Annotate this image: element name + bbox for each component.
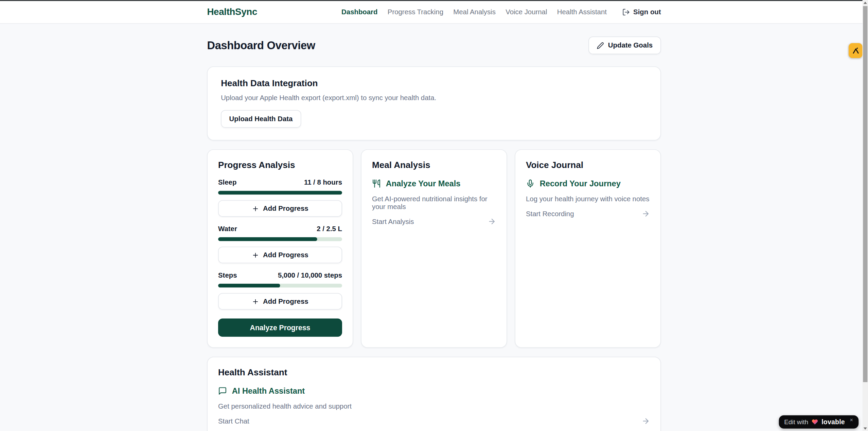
start-recording-link[interactable]: Start Recording (526, 210, 650, 218)
add-progress-steps-button[interactable]: Add Progress (218, 293, 342, 310)
sign-out-label: Sign out (633, 8, 661, 16)
add-progress-label: Add Progress (263, 205, 308, 212)
nav-dashboard[interactable]: Dashboard (341, 8, 377, 16)
pencil-icon (597, 42, 604, 49)
progress-analysis-card: Progress Analysis Sleep 11 / 8 hours Add… (207, 149, 353, 348)
arrow-right-icon (642, 417, 650, 425)
metric-sleep-label: Sleep (218, 179, 236, 186)
page-scrollbar[interactable] (863, 0, 868, 431)
assistant-description: Get personalized health advice and suppo… (218, 402, 650, 410)
steps-progress-bar (218, 284, 342, 287)
ai-health-assistant-label: AI Health Assistant (232, 387, 305, 395)
update-goals-button[interactable]: Update Goals (589, 37, 661, 54)
voice-journal-title: Voice Journal (526, 161, 650, 170)
main-content: Dashboard Overview Update Goals Health D… (207, 24, 661, 431)
top-navbar: HealthSync Dashboard Progress Tracking M… (0, 1, 868, 24)
add-progress-label: Add Progress (263, 251, 308, 259)
scrollbar-down-arrow[interactable] (863, 426, 868, 431)
lovable-prefix: Edit with (784, 419, 808, 426)
add-progress-water-button[interactable]: Add Progress (218, 247, 342, 263)
feature-cards-row: Progress Analysis Sleep 11 / 8 hours Add… (207, 149, 661, 348)
start-chat-label: Start Chat (218, 417, 249, 425)
meal-analysis-title: Meal Analysis (372, 161, 496, 170)
metric-water-value: 2 / 2.5 L (317, 225, 342, 233)
health-data-integration-card: Health Data Integration Upload your Appl… (207, 67, 661, 140)
ai-health-assistant-link[interactable]: AI Health Assistant (218, 387, 650, 395)
analyze-your-meals-label: Analyze Your Meals (386, 179, 461, 188)
nav-voice-journal[interactable]: Voice Journal (506, 8, 547, 16)
sign-out-button[interactable]: Sign out (622, 8, 661, 16)
arrow-right-icon (488, 217, 496, 225)
progress-analysis-title: Progress Analysis (218, 161, 342, 170)
utensils-icon (372, 179, 381, 188)
lovable-brand-label: lovable (821, 418, 845, 426)
plus-icon (252, 251, 259, 259)
scrollbar-up-arrow[interactable] (863, 0, 868, 5)
edit-with-lovable-badge[interactable]: Edit with lovable × (779, 415, 858, 429)
metric-sleep: Sleep 11 / 8 hours Add Progress (218, 179, 342, 217)
app-root: HealthSync Dashboard Progress Tracking M… (0, 0, 868, 431)
voice-description: Log your health journey with voice notes (526, 195, 650, 203)
browser-extension-badge[interactable] (849, 43, 863, 58)
health-data-description: Upload your Apple Health export (export.… (221, 94, 647, 102)
health-assistant-title: Health Assistant (218, 368, 650, 378)
metric-steps: Steps 5,000 / 10,000 steps Add Progress (218, 271, 342, 310)
analyze-your-meals-link[interactable]: Analyze Your Meals (372, 179, 496, 188)
record-your-journey-link[interactable]: Record Your Journey (526, 179, 650, 188)
sleep-progress-bar (218, 191, 342, 194)
scrollbar-thumb[interactable] (863, 6, 867, 382)
brand-logo[interactable]: HealthSync (207, 7, 257, 18)
metric-water: Water 2 / 2.5 L Add Progress (218, 225, 342, 263)
plus-icon (252, 298, 259, 305)
page-title: Dashboard Overview (207, 39, 315, 52)
metric-sleep-value: 11 / 8 hours (304, 179, 342, 186)
arrow-right-icon (642, 210, 650, 218)
chat-bubble-icon (218, 387, 227, 395)
start-analysis-label: Start Analysis (372, 218, 414, 225)
meal-analysis-card: Meal Analysis Analyze Your Meals Get AI-… (361, 149, 507, 348)
update-goals-label: Update Goals (608, 41, 653, 49)
start-chat-link[interactable]: Start Chat (218, 417, 650, 425)
metric-water-label: Water (218, 225, 237, 233)
add-progress-sleep-button[interactable]: Add Progress (218, 200, 342, 217)
main-nav: Dashboard Progress Tracking Meal Analysi… (341, 8, 661, 16)
plus-icon (252, 205, 259, 212)
meal-description: Get AI-powered nutritional insights for … (372, 195, 496, 211)
add-progress-label: Add Progress (263, 298, 308, 305)
logout-icon (622, 8, 630, 16)
start-analysis-link[interactable]: Start Analysis (372, 217, 496, 225)
nav-progress-tracking[interactable]: Progress Tracking (388, 8, 443, 16)
record-your-journey-label: Record Your Journey (540, 179, 621, 188)
metric-steps-label: Steps (218, 271, 237, 279)
start-recording-label: Start Recording (526, 210, 574, 218)
nav-meal-analysis[interactable]: Meal Analysis (453, 8, 496, 16)
lovable-close-icon[interactable]: × (850, 417, 853, 423)
water-progress-bar (218, 237, 342, 241)
heart-icon (812, 419, 818, 426)
analyze-progress-button[interactable]: Analyze Progress (218, 319, 342, 337)
metric-steps-value: 5,000 / 10,000 steps (278, 271, 342, 279)
upload-health-data-button[interactable]: Upload Health Data (221, 110, 301, 128)
nav-health-assistant[interactable]: Health Assistant (557, 8, 607, 16)
health-assistant-card: Health Assistant AI Health Assistant Get… (207, 357, 661, 431)
health-data-title: Health Data Integration (221, 78, 647, 88)
microphone-icon (526, 179, 535, 188)
extension-logo-icon (852, 47, 860, 55)
voice-journal-card: Voice Journal Record Your Journey Log yo… (515, 149, 661, 348)
